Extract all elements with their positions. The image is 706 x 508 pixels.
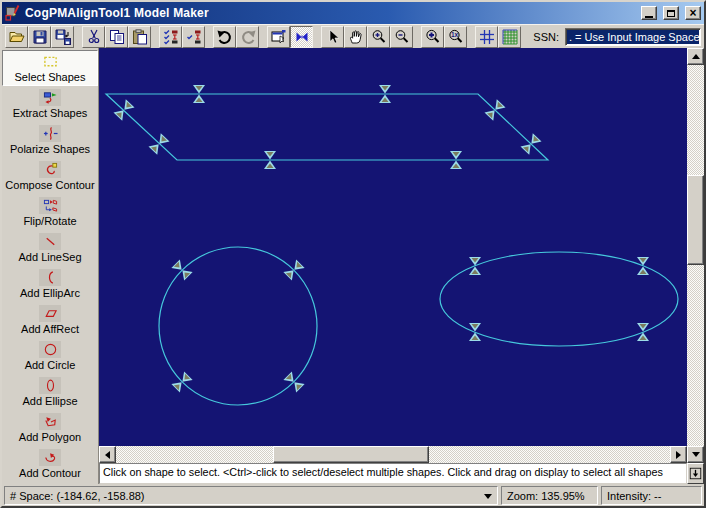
save-as-button[interactable]: [51, 26, 74, 48]
zoom-in-button[interactable]: [367, 26, 390, 48]
add-elliparc-icon: [39, 269, 61, 286]
toolbar-buttons: 1x: [5, 26, 529, 48]
select-check-multi-icon: [163, 29, 179, 45]
select-shapes-icon: [39, 53, 61, 70]
show-handles-button[interactable]: [290, 26, 313, 48]
zoom-out-button[interactable]: [390, 26, 413, 48]
sidebar-item-label: Add LineSeg: [19, 251, 82, 263]
sidebar-item-polarize-shapes[interactable]: Polarize Shapes: [2, 122, 98, 158]
undo-button[interactable]: [213, 26, 236, 48]
hscroll-thumb[interactable]: [273, 446, 429, 463]
paste-icon: [132, 29, 148, 45]
expand-icon: [689, 467, 702, 480]
titlebar: CogPMAlignTool1 Model Maker ×: [2, 2, 704, 24]
app-window: CogPMAlignTool1 Model Maker × 1x SSN: . …: [0, 0, 706, 508]
horizontal-scrollbar[interactable]: [99, 446, 687, 463]
sidebar-item-label: Add Polygon: [19, 431, 81, 443]
sidebar-item-label: Add Circle: [25, 359, 76, 371]
add-ellipse-icon: [39, 377, 61, 394]
open-button[interactable]: [5, 26, 28, 48]
model-canvas[interactable]: [99, 48, 687, 446]
toolbar-group: [475, 26, 521, 48]
scroll-left-button[interactable]: [99, 446, 116, 463]
paste-button[interactable]: [128, 26, 151, 48]
sidebar-item-label: Select Shapes: [15, 71, 86, 83]
toolbar-group: [267, 26, 313, 48]
ssn-selected-value: . = Use Input Image Space: [567, 30, 699, 44]
copy-icon: [109, 29, 125, 45]
content-area: Select ShapesExtract ShapesPolarize Shap…: [2, 48, 704, 484]
cut-button[interactable]: [82, 26, 105, 48]
svg-text:1x: 1x: [450, 31, 458, 38]
sidebar-item-flip-rotate[interactable]: Flip/Rotate: [2, 194, 98, 230]
sidebar-item-add-elliparc[interactable]: Add EllipArc: [2, 266, 98, 302]
hint-row: Click on shape to select. <Ctrl>-click t…: [99, 463, 704, 484]
ellipse-shape[interactable]: [440, 252, 678, 346]
sidebar-item-label: Polarize Shapes: [10, 143, 90, 155]
redo-icon: [240, 29, 256, 45]
zoom-value: Zoom: 135.95%: [507, 490, 585, 502]
save-button[interactable]: [28, 26, 51, 48]
sidebar-item-add-polygon[interactable]: Add Polygon: [2, 410, 98, 446]
expand-button[interactable]: [687, 463, 704, 484]
zoom-status: Zoom: 135.95%: [501, 486, 598, 505]
vscroll-thumb[interactable]: [687, 175, 704, 265]
maximize-button[interactable]: [663, 6, 679, 20]
intensity-value: Intensity: --: [607, 490, 661, 502]
canvas-column: [99, 48, 687, 463]
pointer-button[interactable]: [321, 26, 344, 48]
sidebar-item-add-ellipse[interactable]: Add Ellipse: [2, 374, 98, 410]
copy-button[interactable]: [105, 26, 128, 48]
grid-coarse-button[interactable]: [475, 26, 498, 48]
properties-button[interactable]: [267, 26, 290, 48]
hint-text: Click on shape to select. <Ctrl>-click t…: [99, 463, 687, 484]
select-check-single-button[interactable]: [182, 26, 205, 48]
chevron-down-icon: [484, 494, 492, 503]
space-selector[interactable]: # Space: (-184.62, -158.88): [4, 486, 498, 505]
zoom-out-icon: [394, 29, 410, 45]
grid-fine-icon: [502, 29, 518, 45]
zoom-actual-button[interactable]: 1x: [444, 26, 467, 48]
window-title: CogPMAlignTool1 Model Maker: [25, 6, 635, 20]
sidebar-item-add-circle[interactable]: Add Circle: [2, 338, 98, 374]
show-handles-icon: [294, 29, 310, 45]
toolbar: 1x SSN: . = Use Input Image Space: [2, 24, 704, 48]
scroll-up-button[interactable]: [687, 48, 704, 65]
sidebar-item-add-contour[interactable]: Add Contour: [2, 446, 98, 482]
scroll-right-button[interactable]: [670, 446, 687, 463]
minimize-button[interactable]: [641, 6, 657, 20]
vertical-scrollbar[interactable]: [687, 48, 704, 463]
pan-button[interactable]: [344, 26, 367, 48]
parallelogram-shape[interactable]: [106, 94, 548, 160]
scroll-right-icon: [676, 451, 685, 459]
ssn-area: SSN: . = Use Input Image Space: [533, 28, 701, 46]
ssn-combobox[interactable]: . = Use Input Image Space: [565, 28, 701, 46]
close-button[interactable]: ×: [685, 6, 701, 20]
zoom-actual-icon: 1x: [448, 29, 464, 45]
sidebar-item-extract-shapes[interactable]: Extract Shapes: [2, 86, 98, 122]
toolbar-group: 1x: [421, 26, 467, 48]
redo-button[interactable]: [236, 26, 259, 48]
sidebar-item-compose-contour[interactable]: Compose Contour: [2, 158, 98, 194]
add-affrect-icon: [39, 305, 61, 322]
select-check-multi-button[interactable]: [159, 26, 182, 48]
toolbar-group: [159, 26, 205, 48]
zoom-fit-icon: [425, 29, 441, 45]
zoom-fit-button[interactable]: [421, 26, 444, 48]
scroll-left-icon: [101, 451, 110, 459]
save-as-icon: [55, 29, 71, 45]
flip-rotate-icon: [39, 197, 61, 214]
pointer-icon: [325, 29, 341, 45]
add-lineseg-icon: [39, 233, 61, 250]
scroll-down-button[interactable]: [687, 446, 704, 463]
sidebar: Select ShapesExtract ShapesPolarize Shap…: [2, 48, 99, 484]
sidebar-item-add-lineseg[interactable]: Add LineSeg: [2, 230, 98, 266]
sidebar-item-add-affrect[interactable]: Add AffRect: [2, 302, 98, 338]
sidebar-item-select-shapes[interactable]: Select Shapes: [2, 50, 98, 86]
pan-icon: [348, 29, 364, 45]
sidebar-item-label: Add Ellipse: [22, 395, 77, 407]
sidebar-item-label: Flip/Rotate: [23, 215, 76, 227]
scroll-up-icon: [692, 50, 700, 59]
grid-fine-button[interactable]: [498, 26, 521, 48]
extract-shapes-icon: [39, 89, 61, 106]
